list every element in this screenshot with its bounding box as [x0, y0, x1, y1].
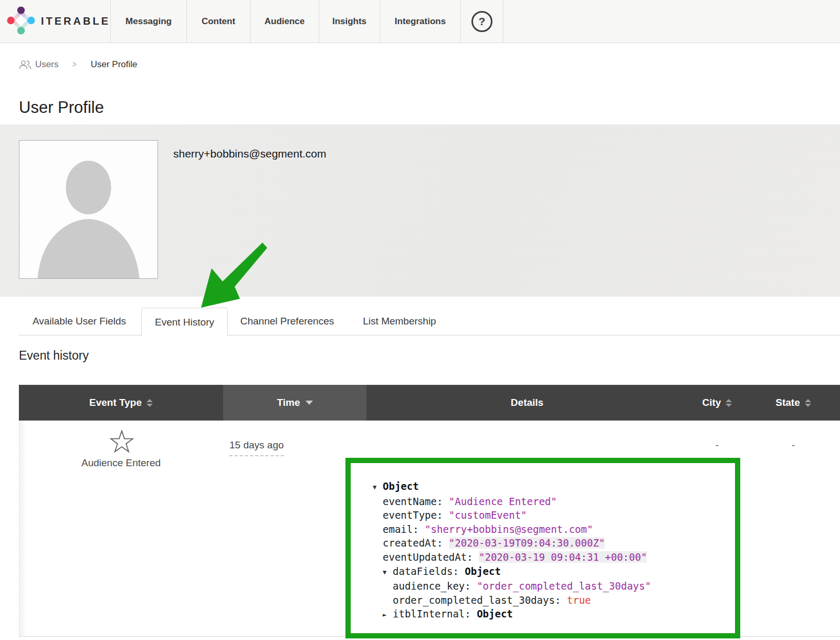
sort-icon — [726, 399, 732, 407]
users-icon — [19, 60, 32, 70]
column-header-city[interactable]: City — [688, 385, 747, 421]
nav-item-messaging[interactable]: Messaging — [110, 0, 186, 43]
breadcrumb-current: User Profile — [91, 59, 138, 70]
event-table-header: Event Type Time Details City State — [19, 385, 840, 421]
user-profile-page: ITERABLE Messaging Content Audience Insi… — [0, 0, 840, 640]
nav-item-content[interactable]: Content — [186, 0, 250, 43]
nav-item-integrations[interactable]: Integrations — [380, 0, 460, 43]
time-cell: 15 days ago — [229, 439, 284, 456]
tab-list-membership[interactable]: List Membership — [350, 308, 449, 335]
column-header-details: Details — [366, 385, 688, 421]
json-line-eventName: eventName: "Audience Entered" — [373, 495, 735, 509]
expand-toggle-icon[interactable]: ▼ — [373, 480, 383, 495]
page-title: User Profile — [19, 98, 104, 117]
nav-item-insights[interactable]: Insights — [319, 0, 380, 43]
chevron-right-icon: > — [72, 60, 76, 69]
event-details-json: ▼Object eventName: "Audience Entered" ev… — [351, 463, 735, 622]
json-line-eventType: eventType: "customEvent" — [373, 508, 735, 522]
expand-toggle-icon[interactable]: ▼ — [383, 565, 393, 580]
iterable-logo[interactable]: ITERABLE — [0, 0, 110, 43]
profile-email: sherry+bobbins@segment.com — [173, 148, 327, 160]
iterable-logo-icon — [7, 6, 35, 37]
time-value[interactable]: 15 days ago — [229, 439, 284, 456]
annotation-highlight-box: ▼Object eventName: "Audience Entered" ev… — [345, 458, 740, 638]
breadcrumb-users-link[interactable]: Users — [19, 59, 58, 70]
annotation-arrow-icon — [184, 236, 273, 312]
column-header-time[interactable]: Time — [223, 385, 366, 421]
json-line-itblInternal: ►itblInternal: Object — [373, 607, 735, 622]
breadcrumb-users-label: Users — [35, 59, 58, 70]
sort-icon — [146, 399, 153, 407]
navbar-spacer — [503, 0, 840, 43]
state-cell: - — [747, 439, 840, 451]
section-heading: Event history — [19, 349, 89, 363]
profile-hero: sherry+bobbins@segment.com — [0, 124, 840, 297]
avatar — [19, 140, 158, 279]
collapse-toggle-icon[interactable]: ► — [383, 608, 393, 622]
nav-item-audience[interactable]: Audience — [250, 0, 319, 43]
json-line-order-completed: order_completed_last_30days: true — [373, 593, 735, 607]
column-header-state[interactable]: State — [747, 385, 840, 421]
event-type-cell: Audience Entered — [19, 457, 223, 469]
json-line-dataFields: ▼dataFields: Object — [373, 564, 735, 580]
city-cell: - — [688, 439, 747, 451]
json-line-email: email: "sherry+bobbins@segment.com" — [373, 522, 735, 537]
json-line-createdAt: createdAt: "2020-03-19T09:04:30.000Z" — [373, 536, 735, 550]
top-navbar: ITERABLE Messaging Content Audience Insi… — [0, 0, 840, 43]
person-silhouette-icon — [19, 141, 158, 278]
help-button[interactable]: ? — [460, 0, 503, 43]
json-line-root: ▼Object — [373, 479, 735, 495]
json-line-audience-key: audience_key: "order_completed_last_30da… — [373, 579, 735, 593]
json-line-eventUpdatedAt: eventUpdatedAt: "2020-03-19 09:04:31 +00… — [373, 550, 735, 564]
tab-available-user-fields[interactable]: Available User Fields — [19, 308, 140, 335]
sort-desc-icon — [306, 401, 313, 405]
breadcrumb: Users > User Profile — [19, 59, 138, 70]
star-icon[interactable] — [110, 429, 134, 453]
sort-icon — [805, 399, 811, 407]
help-icon: ? — [471, 11, 492, 32]
column-header-event-type[interactable]: Event Type — [19, 385, 223, 421]
brand-wordmark: ITERABLE — [41, 15, 110, 27]
